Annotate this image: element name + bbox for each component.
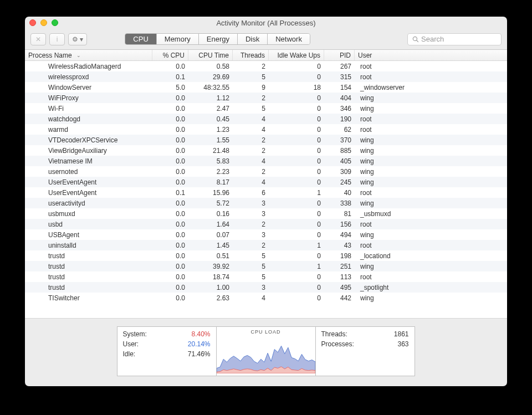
cell-idle: 0	[269, 231, 324, 239]
cell-pid: 404	[324, 94, 355, 102]
cell-process-name: WindowServer	[25, 84, 152, 91]
search-input[interactable]: Search	[407, 33, 502, 45]
col-process-name[interactable]: Process Name⌄	[25, 50, 152, 60]
table-row[interactable]: VTDecoderXPCService0.01.5520370wing	[25, 135, 507, 145]
close-icon[interactable]	[29, 19, 36, 26]
cell-user: _windowserver	[355, 84, 507, 91]
cell-pid: 494	[324, 231, 355, 239]
cell-cpu-time: 48:32.55	[188, 84, 233, 91]
cpu-load-sparkline	[217, 336, 315, 373]
table-row[interactable]: uninstalld0.01.452143root	[25, 240, 507, 250]
cell-cpu-time: 2.63	[188, 294, 233, 302]
summary-bar: System:8.40% User:20.14% Idle:71.46% CPU…	[25, 319, 507, 386]
table-row[interactable]: Wi-Fi0.02.4750346wing	[25, 103, 507, 114]
idle-label: Idle:	[123, 349, 136, 359]
cell-pid: 315	[324, 73, 355, 81]
col-pid[interactable]: PID	[324, 50, 355, 60]
cell-process-name: trustd	[25, 263, 152, 270]
cell-idle: 0	[269, 221, 324, 228]
cell-cpu: 0.0	[152, 294, 188, 302]
search-icon	[412, 36, 419, 43]
chart-caption: CPU LOAD	[250, 329, 280, 335]
cell-threads: 2	[233, 136, 269, 144]
cell-user: wing	[355, 136, 507, 144]
cell-pid: 495	[324, 284, 355, 291]
actions-menu-button[interactable]: ⚙ ▾	[68, 33, 87, 45]
cell-process-name: warmd	[25, 126, 152, 134]
cell-user: wing	[355, 168, 507, 176]
info-button[interactable]: i	[49, 33, 65, 45]
user-value: 20.14%	[188, 339, 211, 349]
table-row[interactable]: Vietnamese IM0.05.8340405wing	[25, 156, 507, 166]
tab-disk[interactable]: Disk	[238, 34, 268, 44]
col-threads[interactable]: Threads	[233, 50, 269, 60]
table-row[interactable]: usbmuxd0.00.163081_usbmuxd	[25, 208, 507, 219]
col-idle-wake-ups[interactable]: Idle Wake Ups	[269, 50, 324, 60]
cell-idle: 0	[269, 294, 324, 302]
cell-user: _locationd	[355, 252, 507, 260]
cell-idle: 0	[269, 126, 324, 134]
cell-idle: 1	[269, 189, 324, 197]
col-cpu-time[interactable]: CPU Time	[188, 50, 233, 60]
col-cpu[interactable]: % CPU	[152, 50, 188, 60]
cell-threads: 4	[233, 178, 269, 186]
table-row[interactable]: UserEventAgent0.115.966140root	[25, 187, 507, 198]
table-row[interactable]: TISwitcher0.02.6340442wing	[25, 293, 507, 303]
zoom-icon[interactable]	[52, 19, 58, 26]
minimize-icon[interactable]	[40, 19, 47, 26]
cell-idle: 0	[269, 63, 324, 70]
cell-idle: 0	[269, 284, 324, 291]
table-row[interactable]: UserEventAgent0.08.1740245wing	[25, 177, 507, 187]
cell-cpu: 0.0	[152, 115, 188, 123]
cell-threads: 3	[233, 210, 269, 218]
threads-label: Threads:	[321, 329, 347, 339]
cell-cpu: 0.0	[152, 199, 188, 207]
table-row[interactable]: trustd0.018.7450113root	[25, 271, 507, 282]
table-row[interactable]: watchdogd0.00.4540190root	[25, 114, 507, 124]
cell-cpu-time: 1.00	[188, 284, 233, 291]
cell-process-name: uninstalld	[25, 242, 152, 249]
cell-threads: 2	[233, 147, 269, 155]
cell-pid: 442	[324, 294, 355, 302]
cell-idle: 1	[269, 263, 324, 270]
table-header[interactable]: Process Name⌄ % CPU CPU Time Threads Idl…	[25, 50, 507, 61]
table-body[interactable]: WirelessRadioManagerd0.00.5820267rootwir…	[25, 61, 507, 318]
tab-memory[interactable]: Memory	[157, 34, 199, 44]
table-row[interactable]: WiFiProxy0.01.1220404wing	[25, 93, 507, 103]
cell-cpu: 0.0	[152, 273, 188, 281]
cell-cpu-time: 15.96	[188, 189, 233, 197]
cell-user: root	[355, 221, 507, 228]
cell-cpu-time: 1.23	[188, 126, 233, 134]
table-row[interactable]: useractivityd0.05.7230338wing	[25, 198, 507, 208]
stop-process-button[interactable]: ✕	[30, 33, 46, 45]
cell-process-name: WiFiProxy	[25, 94, 152, 102]
cell-cpu: 0.0	[152, 63, 188, 70]
table-row[interactable]: wirelessproxd0.129.6950315root	[25, 71, 507, 82]
cell-process-name: trustd	[25, 252, 152, 260]
table-row[interactable]: trustd0.039.9251251wing	[25, 261, 507, 271]
cell-pid: 370	[324, 136, 355, 144]
cell-pid: 62	[324, 126, 355, 134]
cell-user: _spotlight	[355, 284, 507, 291]
cell-threads: 5	[233, 105, 269, 112]
toolbar: ✕ i ⚙ ▾ CPUMemoryEnergyDiskNetwork Searc…	[25, 29, 507, 50]
table-row[interactable]: usernoted0.02.2320309wing	[25, 166, 507, 177]
table-row[interactable]: WirelessRadioManagerd0.00.5820267root	[25, 61, 507, 71]
table-row[interactable]: trustd0.01.0030495_spotlight	[25, 282, 507, 293]
cell-threads: 9	[233, 84, 269, 91]
cell-process-name: VTDecoderXPCService	[25, 136, 152, 144]
cell-cpu: 0.0	[152, 178, 188, 186]
table-row[interactable]: WindowServer5.048:32.55918154_windowserv…	[25, 82, 507, 93]
cell-cpu: 0.0	[152, 210, 188, 218]
table-row[interactable]: warmd0.01.234062root	[25, 124, 507, 135]
table-row[interactable]: usbd0.01.6420156root	[25, 219, 507, 229]
tab-energy[interactable]: Energy	[199, 34, 238, 44]
cell-idle: 0	[269, 147, 324, 155]
table-row[interactable]: ViewBridgeAuxiliary0.021.4820885wing	[25, 145, 507, 156]
table-row[interactable]: trustd0.00.5150198_locationd	[25, 250, 507, 261]
tab-cpu[interactable]: CPU	[125, 34, 156, 44]
cell-threads: 5	[233, 73, 269, 81]
tab-network[interactable]: Network	[268, 34, 310, 44]
col-user[interactable]: User	[355, 50, 507, 60]
table-row[interactable]: USBAgent0.00.0730494wing	[25, 229, 507, 240]
